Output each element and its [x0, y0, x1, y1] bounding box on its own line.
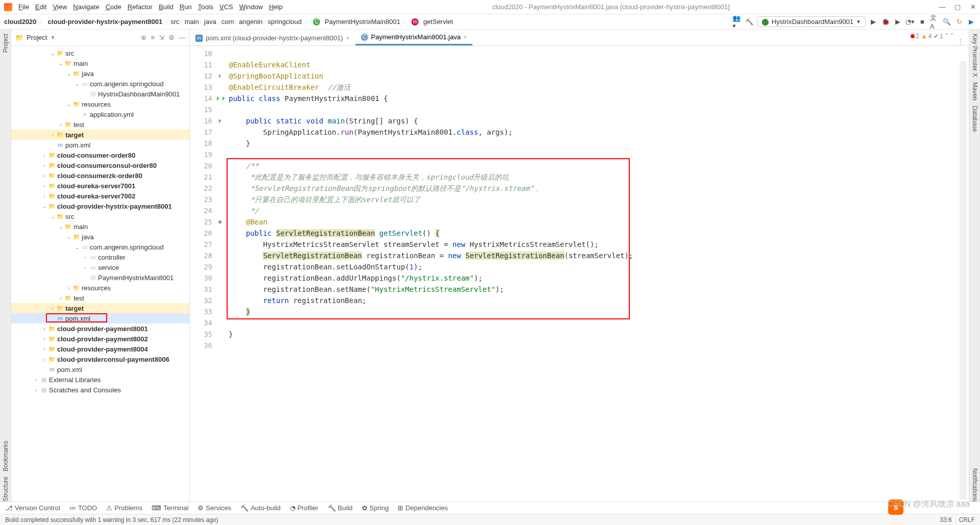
tree-item[interactable]: ⌄▭com.angenin.springcloud — [11, 79, 189, 89]
menu-tools[interactable]: Tools — [198, 3, 213, 11]
bottom-tool-spring[interactable]: ✿Spring — [362, 504, 389, 512]
menu-build[interactable]: Build — [159, 3, 174, 11]
stop-button[interactable]: ■ — [918, 17, 927, 27]
breadcrumb-segment[interactable]: springcloud — [268, 18, 302, 26]
tree-item[interactable]: ›📁cloud-consumerconsul-order80 — [11, 160, 189, 170]
tree-item[interactable]: ›▭controller — [11, 252, 189, 262]
structure-tool-button[interactable]: Structure — [2, 477, 9, 502]
editor-tab[interactable]: mpom.xml (cloud-provider-hystrix-payment… — [190, 31, 355, 45]
menu-file[interactable]: File — [18, 3, 29, 11]
run-button[interactable]: ▶ — [869, 17, 878, 27]
tree-item[interactable]: ⌄📁resources — [11, 99, 189, 109]
coverage-button[interactable]: ▶ — [893, 17, 902, 27]
breadcrumb-root[interactable]: cloud2020 — [4, 18, 37, 26]
breadcrumb-segment[interactable]: src — [170, 18, 179, 26]
tree-item[interactable]: ⓒPaymentHystrixMain8001 — [11, 272, 189, 283]
tree-item[interactable]: ›📁cloud-consumerzk-order80 — [11, 170, 189, 181]
translate-icon[interactable]: 文A — [930, 17, 939, 27]
menu-help[interactable]: Help — [269, 3, 283, 11]
bottom-tool-profiler[interactable]: ◔Profiler — [290, 504, 318, 512]
tree-item[interactable]: ⌄📁src — [11, 211, 189, 221]
tree-item[interactable]: ›▤Scratches and Consoles — [11, 385, 189, 395]
profile-button[interactable]: ◔▾ — [905, 17, 915, 27]
breadcrumb-module[interactable]: cloud-provider-hystrix-payment8001 — [48, 18, 163, 26]
tree-item[interactable]: ›📁target — [11, 303, 189, 313]
menu-code[interactable]: Code — [106, 3, 121, 11]
tree-item[interactable]: mpom.xml — [11, 140, 189, 150]
minimize-button[interactable]: — — [939, 4, 945, 10]
bottom-tool-todo[interactable]: ≔TODO — [69, 504, 97, 512]
keypromoter-tool-button[interactable]: Key Promoter X — [971, 34, 978, 77]
breadcrumb-segment[interactable]: main — [185, 18, 199, 26]
line-separator[interactable]: CRLF — [959, 516, 975, 523]
menu-view[interactable]: View — [53, 3, 67, 11]
menu-navigate[interactable]: Navigate — [73, 3, 99, 11]
maximize-button[interactable]: ▢ — [954, 4, 961, 10]
tree-item[interactable]: ⌄📁src — [11, 48, 189, 58]
close-tab-icon[interactable]: × — [463, 34, 467, 41]
tree-item[interactable]: ›▭service — [11, 262, 189, 272]
search-icon[interactable]: 🔍 — [942, 17, 951, 27]
tree-item[interactable]: ›📁cloud-providerconsul-payment8006 — [11, 354, 189, 364]
tree-item[interactable]: ›📁cloud-eureka-server7002 — [11, 191, 189, 201]
tabs-more-icon[interactable]: ⋮ — [952, 38, 969, 45]
expand-icon[interactable]: ≡ — [151, 34, 155, 41]
tree-item[interactable]: ⌄📁cloud-provider-hystrix-payment8001 — [11, 201, 189, 211]
bottom-tool-dependencies[interactable]: ⊞Dependencies — [398, 504, 448, 512]
inspection-indicators[interactable]: 2 ▲4 ✔1 ˄ ˅ — [911, 33, 953, 40]
bottom-tool-problems[interactable]: ⚠Problems — [106, 504, 142, 512]
error-stripe[interactable] — [960, 61, 967, 499]
inspection-up-icon[interactable]: ˄ — [945, 33, 948, 40]
tree-item[interactable]: ›📁cloud-provider-payment8001 — [11, 323, 189, 334]
gutter-icons[interactable]: ⏵⏵⏵⏵● — [215, 46, 225, 502]
editor-tab[interactable]: CPaymentHystrixMain8001.java× — [355, 30, 473, 45]
bookmarks-tool-button[interactable]: Bookmarks — [2, 441, 9, 471]
tree-item[interactable]: ›📁resources — [11, 283, 189, 293]
tree-item[interactable]: ⌄▭com.angenin.springcloud — [11, 242, 189, 252]
bottom-tool-terminal[interactable]: ⌨Terminal — [152, 504, 188, 512]
locate-icon[interactable]: ⊕ — [141, 34, 146, 41]
breadcrumb-segment[interactable]: com — [222, 18, 234, 26]
tree-item[interactable]: ›📁cloud-consumer-order80 — [11, 150, 189, 160]
close-tab-icon[interactable]: × — [346, 35, 350, 42]
line-number-gutter[interactable]: 1011121314151617181920212223242526272829… — [190, 46, 215, 502]
breadcrumb-method[interactable]: getServlet — [423, 18, 453, 26]
build-icon[interactable]: 🔨 — [745, 17, 754, 27]
settings-icon[interactable]: ⚙ — [168, 34, 175, 41]
breadcrumb-class[interactable]: PaymentHystrixMain8001 — [325, 18, 400, 26]
tree-item[interactable]: ›📁test — [11, 119, 189, 130]
tree-item[interactable]: ≡application.yml — [11, 109, 189, 119]
hide-icon[interactable]: — — [179, 34, 185, 41]
bottom-tool-build[interactable]: 🔨Build — [328, 504, 353, 512]
menu-refactor[interactable]: Refactor — [128, 3, 153, 11]
tree-item[interactable]: ›📁test — [11, 293, 189, 303]
project-tree[interactable]: ⌄📁src⌄📁main⌄📁java⌄▭com.angenin.springclo… — [11, 46, 189, 502]
users-icon[interactable]: 👥▾ — [732, 17, 742, 27]
collapse-icon[interactable]: ⇲ — [159, 34, 164, 41]
tree-item[interactable]: ⌄📁main — [11, 221, 189, 232]
debug-button[interactable]: 🐞 — [881, 17, 890, 27]
update-icon[interactable]: ↻ — [954, 17, 964, 27]
breadcrumb-segment[interactable]: angenin — [239, 18, 262, 26]
code-editor[interactable]: @EnableEurekaClient@SpringBootApplicatio… — [225, 46, 969, 502]
tree-item[interactable]: ›📁target — [11, 130, 189, 140]
tree-item[interactable]: mpom.xml — [11, 364, 189, 374]
tree-item[interactable]: mpom.xml — [11, 313, 189, 323]
menu-run[interactable]: Run — [180, 3, 192, 11]
tree-item[interactable]: ›📁cloud-eureka-server7001 — [11, 181, 189, 191]
tree-item[interactable]: ⓒHystrixDashboardMain9001 — [11, 89, 189, 99]
notifications-tool-button[interactable]: Notifications — [971, 468, 978, 502]
bottom-tool-auto-build[interactable]: 🔨Auto-build — [240, 504, 281, 512]
menu-edit[interactable]: Edit — [35, 3, 46, 11]
run-config-selector[interactable]: ⬤ HystrixDashboardMain9001 ▼ — [757, 16, 866, 27]
bottom-tool-services[interactable]: ⚙Services — [198, 504, 231, 512]
tree-item[interactable]: ⌄📁java — [11, 68, 189, 79]
project-view-dropdown[interactable]: ▼ — [50, 35, 55, 40]
database-tool-button[interactable]: Database — [971, 106, 978, 132]
tree-item[interactable]: ›📁cloud-provider-payment8004 — [11, 344, 189, 354]
tree-item[interactable]: ›▤External Libraries — [11, 374, 189, 385]
menu-window[interactable]: Window — [239, 3, 263, 11]
tree-item[interactable]: ⌄📁java — [11, 232, 189, 242]
breadcrumb-segment[interactable]: java — [204, 18, 216, 26]
project-tool-button[interactable]: Project — [2, 34, 9, 53]
